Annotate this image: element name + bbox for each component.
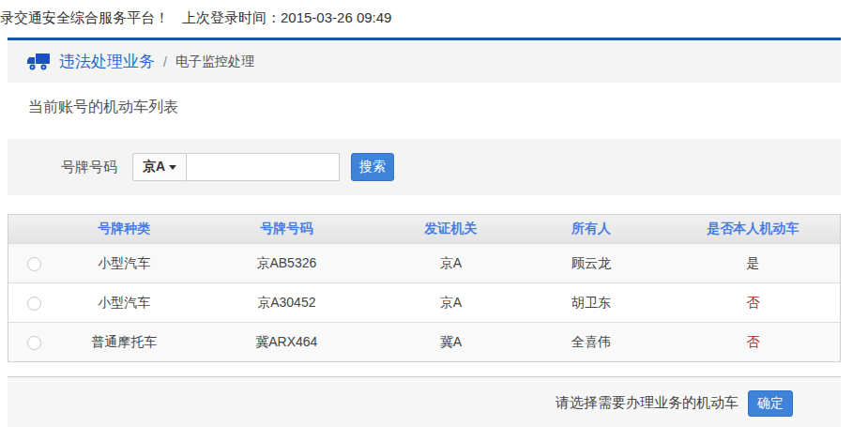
- topbar: 录交通安全综合服务平台！上次登录时间：2015-03-26 09:49: [0, 0, 868, 38]
- table-header-row: 号牌种类 号牌号码 发证机关 所有人 是否本人机动车: [8, 215, 840, 243]
- breadcrumb-link-violation-business[interactable]: 违法处理业务: [59, 51, 155, 72]
- cell-is-own-vehicle: 是: [666, 255, 840, 272]
- cell-owner: 胡卫东: [516, 295, 665, 312]
- table-row: 普通摩托车 冀ARX464 冀A 全喜伟 否: [8, 322, 840, 361]
- confirm-button[interactable]: 确定: [748, 390, 793, 417]
- vehicle-radio[interactable]: [27, 336, 41, 350]
- header-issuing-authority: 发证机关: [385, 221, 516, 237]
- last-login-time: 2015-03-26 09:49: [281, 9, 391, 25]
- last-login-label: 上次登录时间：: [182, 9, 281, 25]
- cell-issuing-authority: 京A: [385, 295, 516, 312]
- search-button[interactable]: 搜索: [351, 153, 394, 181]
- cell-is-own-vehicle: 否: [666, 295, 840, 312]
- cell-plate-number: 京AB5326: [188, 255, 385, 272]
- vehicle-radio[interactable]: [27, 257, 41, 271]
- main-panel: 违法处理业务 / 电子监控处理 当前账号的机动车列表 号牌号码 京A 搜索 号牌…: [8, 38, 841, 427]
- cell-issuing-authority: 冀A: [385, 334, 516, 351]
- cell-owner: 全喜伟: [516, 334, 665, 351]
- cell-plate-type: 普通摩托车: [60, 334, 188, 351]
- plate-number-input[interactable]: [187, 153, 340, 181]
- header-owner: 所有人: [516, 221, 665, 237]
- chevron-down-icon: [169, 165, 176, 170]
- plate-prefix-value: 京A: [143, 159, 165, 175]
- vehicle-table: 号牌种类 号牌号码 发证机关 所有人 是否本人机动车 小型汽车 京AB5326 …: [8, 214, 841, 362]
- plate-number-label: 号牌号码: [61, 159, 117, 176]
- cell-plate-number: 冀ARX464: [188, 334, 385, 351]
- plate-prefix-dropdown[interactable]: 京A: [132, 153, 187, 181]
- header-plate-number: 号牌号码: [188, 221, 385, 237]
- vehicle-radio[interactable]: [27, 297, 41, 311]
- breadcrumb: 违法处理业务 / 电子监控处理: [8, 38, 841, 83]
- breadcrumb-current-page: 电子监控处理: [175, 53, 254, 70]
- cell-issuing-authority: 京A: [385, 255, 516, 272]
- header-is-own-vehicle: 是否本人机动车: [666, 221, 840, 237]
- truck-icon: [26, 53, 51, 71]
- footer-bar: 请选择需要办理业务的机动车 确定: [8, 376, 841, 427]
- cell-is-own-vehicle: 否: [666, 334, 840, 351]
- cell-owner: 顾云龙: [516, 255, 665, 272]
- welcome-text: 录交通安全综合服务平台！: [0, 9, 169, 25]
- select-vehicle-hint: 请选择需要办理业务的机动车: [556, 394, 739, 412]
- cell-plate-type: 小型汽车: [60, 295, 188, 312]
- cell-plate-number: 京A30452: [188, 295, 385, 312]
- breadcrumb-separator: /: [163, 54, 167, 69]
- search-bar: 号牌号码 京A 搜索: [8, 139, 841, 195]
- table-row: 小型汽车 京A30452 京A 胡卫东 否: [8, 282, 840, 322]
- header-plate-type: 号牌种类: [60, 221, 188, 237]
- cell-plate-type: 小型汽车: [60, 255, 188, 272]
- table-row: 小型汽车 京AB5326 京A 顾云龙 是: [8, 243, 840, 282]
- section-title: 当前账号的机动车列表: [28, 98, 841, 118]
